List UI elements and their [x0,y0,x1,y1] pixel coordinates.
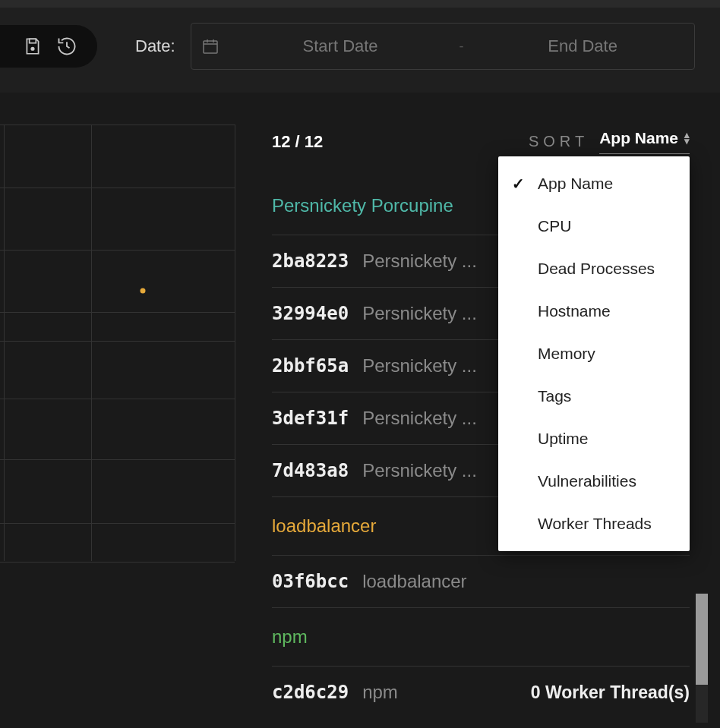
date-label: Date: [135,36,175,56]
process-hash: 3def31f [272,408,349,429]
sort-option-label: Memory [538,345,595,363]
sort-option[interactable]: Uptime [498,418,690,460]
scrollbar-track[interactable] [696,594,708,723]
process-name: Persnickety ... [362,303,477,324]
svg-point-1 [31,48,33,50]
process-hash: c2d6c29 [272,682,349,703]
sort-option[interactable]: Tags [498,375,690,418]
sort-option[interactable]: Memory [498,332,690,375]
history-icon[interactable] [56,36,77,57]
sort-option[interactable]: Hostname [498,290,690,332]
main-area: 12 / 12 SORT App Name ▴▾ Persnickety Por… [0,93,720,723]
check-icon: ✓ [512,175,527,193]
chart-panel [0,93,235,723]
sort-control[interactable]: SORT App Name ▴▾ [529,129,690,154]
list-panel: 12 / 12 SORT App Name ▴▾ Persnickety Por… [235,93,720,723]
process-extra: 0 Worker Thread(s) [531,682,690,703]
list-header: 12 / 12 SORT App Name ▴▾ [272,129,690,154]
sort-option-label: Tags [538,387,571,405]
save-icon[interactable] [23,36,43,56]
sort-option[interactable]: Vulnerabilities [498,460,690,503]
process-row[interactable]: c2d6c29npm0 Worker Thread(s) [272,667,690,703]
chart-data-point[interactable] [141,288,146,294]
scrollbar-thumb[interactable] [696,594,708,685]
process-name: Persnickety ... [362,408,477,429]
window-top-strip [0,0,720,8]
process-name: Persnickety ... [362,355,477,377]
toolbar: Date: Start Date - End Date [0,8,720,93]
svg-rect-0 [30,39,36,43]
sort-arrows-icon: ▴▾ [684,132,690,144]
process-hash: 7d483a8 [272,460,349,481]
sort-option[interactable]: CPU [498,205,690,247]
sort-option-label: Uptime [538,430,589,448]
process-hash: 03f6bcc [272,571,349,592]
process-name: loadbalancer [362,571,466,592]
process-name: npm [362,682,398,703]
sort-option[interactable]: Worker Threads [498,503,690,545]
sort-option-label: App Name [538,175,613,193]
process-hash: 32994e0 [272,303,349,324]
group-header[interactable]: npm [272,608,690,666]
sort-label: SORT [529,133,589,150]
process-name: Persnickety ... [362,251,477,272]
sort-dropdown: ✓App NameCPUDead ProcessesHostnameMemory… [498,156,690,551]
result-count: 12 / 12 [272,132,323,152]
end-date-input[interactable]: End Date [472,36,694,56]
process-hash: 2bbf65a [272,355,349,377]
process-name: Persnickety ... [362,460,477,481]
calendar-icon[interactable] [191,37,229,55]
sort-option-label: Hostname [538,302,611,320]
sort-option-label: Vulnerabilities [538,472,636,490]
sort-option-label: CPU [538,217,571,235]
date-separator: - [452,39,472,55]
start-date-input[interactable]: Start Date [229,36,452,56]
toolbar-pill [0,25,97,68]
process-hash: 2ba8223 [272,251,349,272]
svg-rect-2 [204,41,217,53]
sort-option-label: Worker Threads [538,515,652,533]
sort-option[interactable]: Dead Processes [498,247,690,290]
sort-option[interactable]: ✓App Name [498,162,690,205]
sort-selected[interactable]: App Name ▴▾ [599,129,690,154]
sort-selected-text: App Name [599,129,678,147]
process-row[interactable]: 03f6bccloadbalancer [272,556,690,608]
sort-option-label: Dead Processes [538,260,655,278]
date-range-box: Start Date - End Date [191,23,695,70]
chart-grid[interactable] [0,124,235,561]
